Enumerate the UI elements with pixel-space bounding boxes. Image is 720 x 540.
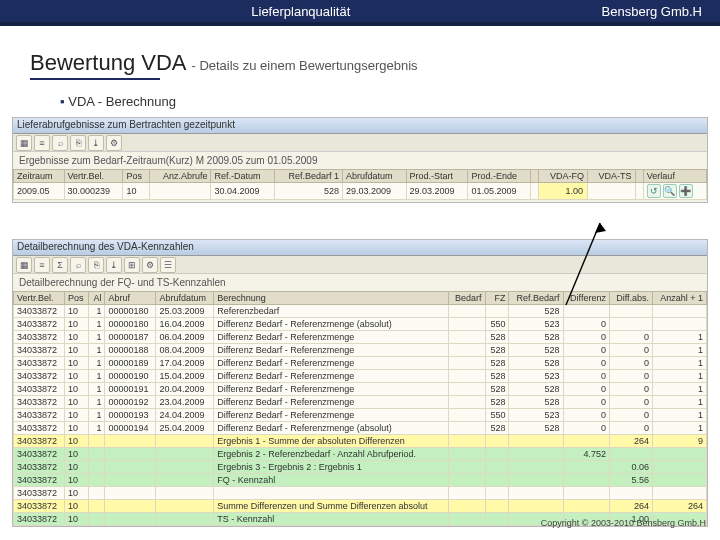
header-bar: Lieferplanqualität Bensberg Gmb.H [0,0,720,26]
summary-table: ZeitraumVertr.Bel.PosAnz.AbrufeRef.-Datu… [13,169,707,200]
toolbar-button[interactable]: ≡ [34,257,50,273]
title-underline [30,78,160,80]
toolbar-button[interactable]: ☰ [160,257,176,273]
toolbar-button[interactable]: ⤓ [88,135,104,151]
toolbar-button[interactable]: ⊞ [124,257,140,273]
toolbar-button[interactable]: ⌕ [52,135,68,151]
svg-marker-1 [595,223,606,233]
row-action-icon[interactable]: ↺ [647,184,661,198]
row-action-icon[interactable]: ➕ [679,184,693,198]
toolbar-button[interactable]: Σ [52,257,68,273]
toolbar-button[interactable]: ⤓ [106,257,122,273]
footer-copyright: Copyright © 2003-2010 Bensberg Gmb.H [541,518,706,528]
bullet-text: VDA - Berechnung [60,94,720,109]
header-title: Lieferplanqualität [0,4,602,19]
detail-table: Vertr.Bel.PosAlAbrufAbrufdatumBerechnung… [13,291,707,526]
window-caption: Ergebnisse zum Bedarf-Zeitraum(Kurz) M 2… [13,152,707,169]
row-action-icon[interactable]: 🔍 [663,184,677,198]
svg-line-0 [566,223,600,305]
header-company: Bensberg Gmb.H [602,4,720,19]
toolbar-button[interactable]: ⚙ [106,135,122,151]
title-sub: - Details zu einem Bewertungsergebnis [191,58,417,73]
toolbar-button[interactable]: ⌕ [70,257,86,273]
slide-title: Bewertung VDA - Details zu einem Bewertu… [30,50,720,80]
toolbar-button[interactable]: ▦ [16,257,32,273]
toolbar-button[interactable]: ⎘ [88,257,104,273]
toolbar: ▦ ≡ ⌕ ⎘ ⤓ ⚙ [13,134,707,152]
title-main: Bewertung VDA [30,50,191,75]
callout-arrow [560,215,650,315]
toolbar-button[interactable]: ⎘ [70,135,86,151]
toolbar-button[interactable]: ≡ [34,135,50,151]
window-titlebar: Lieferabrufgebnisse zum Bertrachten geze… [13,118,707,134]
toolbar-button[interactable]: ▦ [16,135,32,151]
sap-window-summary: Lieferabrufgebnisse zum Bertrachten geze… [12,117,708,203]
toolbar-button[interactable]: ⚙ [142,257,158,273]
